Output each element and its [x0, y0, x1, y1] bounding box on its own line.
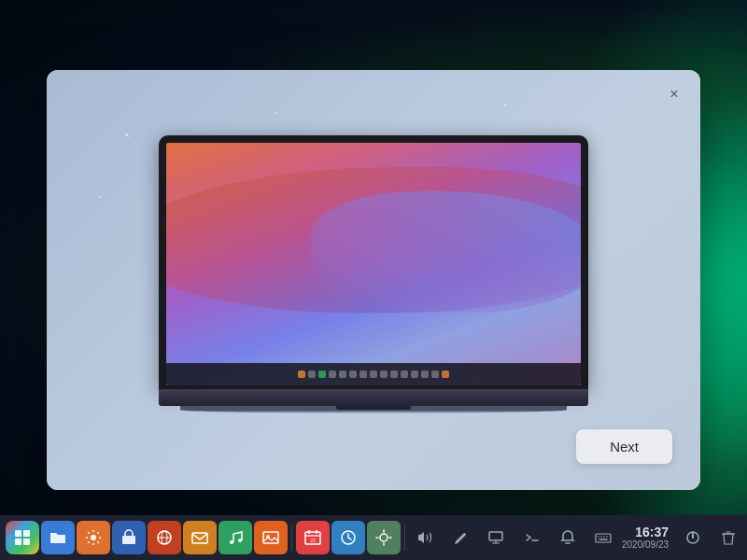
photos-icon: [261, 528, 280, 547]
screen-taskbar-dot-10: [390, 371, 398, 378]
taskbar-files-icon[interactable]: [41, 521, 75, 554]
laptop-shadow: [180, 406, 567, 413]
taskbar-divider-2: [404, 525, 405, 551]
taskbar-terminal-icon[interactable]: [515, 521, 549, 554]
screen-taskbar-dot-13: [421, 371, 429, 378]
svg-point-23: [380, 534, 388, 541]
svg-rect-8: [122, 536, 135, 544]
taskbar-time: 16:37: [635, 525, 669, 540]
taskbar-clock-icon[interactable]: [331, 521, 365, 554]
taskbar-date: 2020/09/23: [622, 539, 669, 551]
system-settings-icon: [374, 528, 393, 547]
taskbar-volume-icon[interactable]: [409, 521, 443, 554]
screen-taskbar-dot-12: [411, 371, 418, 378]
laptop-screen: [166, 143, 581, 385]
gear-icon: [84, 528, 103, 547]
screen-taskbar-dot-4: [329, 371, 336, 378]
volume-icon: [416, 528, 435, 547]
close-icon: ×: [669, 86, 678, 103]
taskbar-divider-1: [291, 525, 292, 551]
store-icon: [120, 528, 138, 547]
taskbar-firefox-icon[interactable]: [148, 521, 181, 554]
laptop-illustration: [159, 135, 588, 413]
taskbar-system-icon[interactable]: [367, 521, 401, 554]
taskbar-notification-icon[interactable]: [551, 521, 585, 554]
taskbar-store-icon[interactable]: [112, 521, 146, 554]
folder-icon: [49, 528, 67, 547]
taskbar-music-icon[interactable]: [218, 521, 252, 554]
trash-icon: [719, 528, 738, 547]
svg-text:23: 23: [310, 538, 316, 543]
terminal-icon: [523, 528, 542, 547]
screen-taskbar-dot-3: [318, 371, 326, 378]
svg-rect-4: [23, 530, 30, 537]
svg-rect-25: [596, 534, 611, 542]
taskbar-calendar-icon[interactable]: 23: [296, 521, 330, 554]
screen-taskbar-dot-11: [401, 371, 408, 378]
display-icon: [487, 528, 506, 547]
screen-taskbar-dot-1: [298, 371, 305, 378]
screen-wave2: [311, 191, 581, 313]
svg-rect-24: [489, 532, 502, 540]
modal-overlay: ×: [0, 0, 747, 560]
laptop-base: [159, 389, 588, 406]
screen-taskbar-dot-8: [370, 371, 377, 378]
keyboard-icon: [594, 528, 613, 547]
pen-icon: [452, 528, 471, 547]
bell-icon: [558, 528, 577, 547]
svg-rect-5: [15, 539, 21, 545]
svg-point-13: [230, 540, 233, 544]
taskbar-keyboard-icon[interactable]: [586, 521, 620, 554]
svg-rect-12: [192, 533, 207, 543]
taskbar: 23 16:37 2020/09/23: [0, 515, 747, 560]
apps-grid-icon: [13, 528, 32, 547]
welcome-modal: ×: [47, 70, 700, 490]
taskbar-clock: 16:37 2020/09/23: [622, 525, 672, 552]
screen-taskbar-dot-6: [349, 371, 357, 378]
taskbar-pen-icon[interactable]: [444, 521, 478, 554]
screen-taskbar-dot-9: [380, 371, 388, 378]
laptop-screen-outer: [159, 135, 588, 389]
svg-rect-3: [15, 530, 21, 537]
screen-taskbar: [166, 363, 581, 385]
next-button[interactable]: Next: [576, 429, 672, 464]
taskbar-settings-icon[interactable]: [77, 521, 110, 554]
screen-taskbar-dot-15: [442, 371, 449, 378]
taskbar-display-icon[interactable]: [480, 521, 514, 554]
close-button[interactable]: ×: [663, 83, 685, 105]
clock-icon: [339, 528, 358, 547]
firefox-globe-icon: [155, 528, 174, 547]
svg-rect-6: [23, 539, 30, 545]
screen-taskbar-dot-5: [339, 371, 346, 378]
svg-rect-15: [263, 532, 278, 543]
calendar-icon: 23: [303, 528, 322, 547]
taskbar-trash-icon[interactable]: [712, 521, 745, 554]
taskbar-apps-icon[interactable]: [6, 521, 39, 554]
screen-taskbar-dot-14: [431, 371, 439, 378]
taskbar-mail-icon[interactable]: [183, 521, 217, 554]
screen-taskbar-dot-2: [308, 371, 316, 378]
taskbar-power-icon[interactable]: [676, 521, 710, 554]
taskbar-photos-icon[interactable]: [254, 521, 288, 554]
music-icon: [226, 528, 245, 547]
screen-taskbar-dot-7: [359, 371, 367, 378]
svg-point-14: [238, 539, 242, 542]
svg-point-7: [91, 535, 96, 540]
power-icon: [684, 528, 702, 547]
mail-icon: [190, 528, 209, 547]
